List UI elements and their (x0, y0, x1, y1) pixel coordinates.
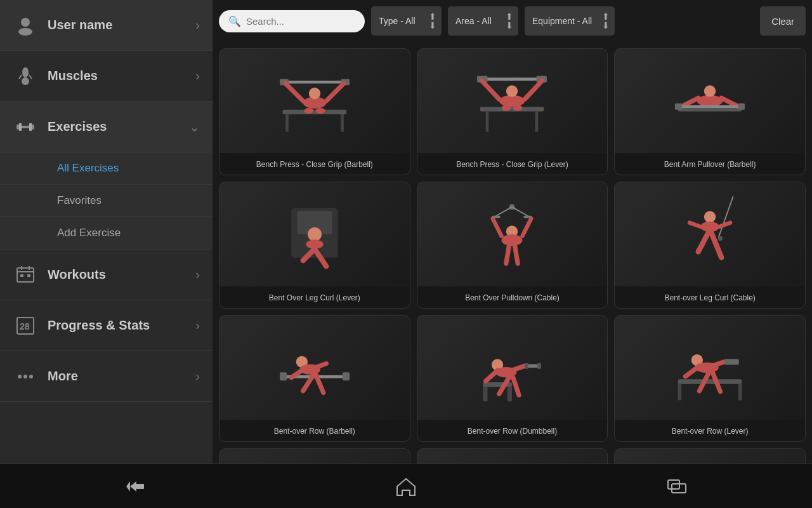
submenu-favorites[interactable]: Favorites (0, 185, 213, 217)
svg-rect-35 (480, 107, 544, 111)
submenu-add-exercise[interactable]: Add Exercise (0, 217, 213, 250)
exercise-card[interactable] (219, 448, 410, 464)
svg-rect-16 (20, 274, 23, 277)
svg-point-2 (22, 67, 29, 77)
bottom-navigation (0, 464, 812, 508)
equipment-filter[interactable]: Equipment - All Barbell Dumbbell Cable M… (525, 6, 615, 36)
clear-button[interactable]: Clear (760, 6, 806, 36)
svg-point-30 (309, 88, 320, 99)
exercise-card[interactable] (614, 448, 806, 464)
exercises-arrow-icon: ⌄ (189, 119, 200, 135)
progress-icon: 28 (13, 313, 38, 338)
type-filter[interactable]: Type - All Strength Cardio Stretching (371, 6, 442, 36)
exercise-card[interactable]: Bent Arm Pullover (Barbell) (614, 48, 806, 175)
svg-rect-25 (341, 114, 344, 132)
exercises-icon (13, 114, 38, 140)
svg-line-62 (495, 207, 513, 217)
back-button[interactable] (110, 471, 160, 502)
area-filter[interactable]: Area - All Chest Back Legs Arms Shoulder… (448, 6, 518, 36)
svg-line-69 (523, 218, 532, 236)
svg-rect-52 (678, 105, 742, 108)
exercise-card[interactable]: Bent-over Row (Barbell) (219, 315, 410, 442)
more-label: More (48, 369, 195, 384)
svg-rect-102 (678, 379, 742, 384)
svg-rect-111 (724, 359, 739, 364)
sidebar-item-exercises[interactable]: Exercises ⌄ (0, 102, 213, 152)
svg-point-67 (502, 234, 523, 246)
exercise-card[interactable]: Bent Over Pulldown (Cable) (417, 182, 608, 309)
sidebar-item-muscles[interactable]: Muscles › (0, 51, 213, 102)
svg-rect-130 (136, 484, 144, 489)
svg-point-0 (21, 18, 30, 27)
svg-rect-92 (508, 387, 512, 401)
exercise-label-bar: Bent Over Pulldown (Cable) (417, 286, 608, 308)
workouts-icon (13, 262, 38, 288)
svg-rect-23 (282, 110, 346, 114)
svg-rect-24 (285, 114, 289, 132)
sidebar: User name › Muscles › (0, 0, 213, 464)
exercise-image (417, 49, 608, 153)
exercise-card[interactable]: Bench Press - Close Grip (Lever) (417, 48, 608, 175)
svg-rect-36 (486, 112, 489, 132)
svg-line-6 (29, 75, 32, 79)
exercise-card[interactable] (417, 448, 608, 464)
exercise-card[interactable]: Bench Press - Close Grip (Barbell) (219, 48, 410, 175)
svg-line-96 (486, 371, 497, 382)
svg-line-95 (506, 366, 525, 372)
exercise-card[interactable]: Bent-over Row (Lever) (614, 315, 806, 442)
svg-rect-17 (27, 274, 30, 277)
svg-rect-101 (538, 363, 542, 369)
sidebar-item-more[interactable]: More › (0, 351, 213, 402)
sidebar-item-user[interactable]: User name › (0, 0, 213, 51)
svg-point-42 (506, 85, 518, 97)
main-content: 🔍 Type - All Strength Cardio Stretching … (213, 0, 812, 464)
muscles-icon (13, 64, 38, 89)
type-filter-wrapper: Type - All Strength Cardio Stretching ⬆⬇ (371, 6, 442, 36)
search-input[interactable] (246, 16, 348, 27)
progress-label: Progress & Stats (48, 318, 195, 333)
svg-rect-91 (483, 387, 488, 401)
exercise-name: Bench Press - Close Grip (Lever) (456, 160, 568, 169)
sidebar-item-workouts[interactable]: Workouts › (0, 250, 213, 300)
muscles-label: Muscles (48, 69, 195, 83)
exercise-name: Bench Press - Close Grip (Barbell) (256, 160, 373, 169)
svg-line-71 (515, 246, 518, 264)
svg-rect-104 (738, 384, 742, 401)
svg-rect-26 (280, 81, 350, 84)
exercise-name: Bent Over Pulldown (Cable) (465, 293, 560, 302)
svg-rect-12 (17, 268, 34, 282)
exercise-card[interactable]: Bent-over Row (Dumbbell) (417, 315, 608, 442)
exercise-image (219, 49, 410, 153)
recent-apps-button[interactable] (652, 471, 702, 502)
user-icon (13, 13, 38, 38)
sidebar-item-progress[interactable]: 28 Progress & Stats › (0, 300, 213, 351)
svg-rect-53 (675, 104, 682, 110)
submenu-all-exercises[interactable]: All Exercises (0, 152, 213, 185)
search-container: 🔍 (219, 10, 365, 32)
svg-point-33 (304, 108, 313, 114)
exercise-image (615, 449, 805, 464)
exercise-card[interactable]: Bent Over Leg Curl (Lever) (219, 182, 410, 309)
svg-point-46 (513, 105, 523, 110)
user-label: User name (48, 18, 195, 32)
svg-point-73 (704, 211, 716, 222)
exercise-image (219, 182, 410, 286)
svg-line-32 (326, 84, 344, 102)
exercises-submenu: All Exercises Favorites Add Exercise (0, 152, 213, 250)
exercise-label-bar: Bench Press - Close Grip (Lever) (417, 153, 608, 175)
home-button[interactable] (381, 471, 431, 502)
svg-line-77 (690, 223, 700, 227)
exercise-image (615, 316, 805, 420)
svg-line-31 (285, 84, 303, 102)
muscles-arrow-icon: › (195, 69, 200, 83)
exercise-name: Bent Over Leg Curl (Lever) (269, 293, 360, 302)
progress-arrow-icon: › (195, 318, 200, 333)
exercise-label-bar: Bent-over Row (Lever) (615, 420, 805, 441)
exercise-image (417, 182, 608, 286)
exercise-image (615, 182, 805, 286)
svg-point-49 (704, 85, 716, 97)
svg-line-72 (719, 196, 733, 237)
exercise-card[interactable]: Bent-over Leg Curl (Cable) (614, 182, 806, 309)
exercise-label-bar: Bent Arm Pullover (Barbell) (615, 153, 805, 175)
exercise-name: Bent-over Row (Lever) (672, 427, 749, 436)
